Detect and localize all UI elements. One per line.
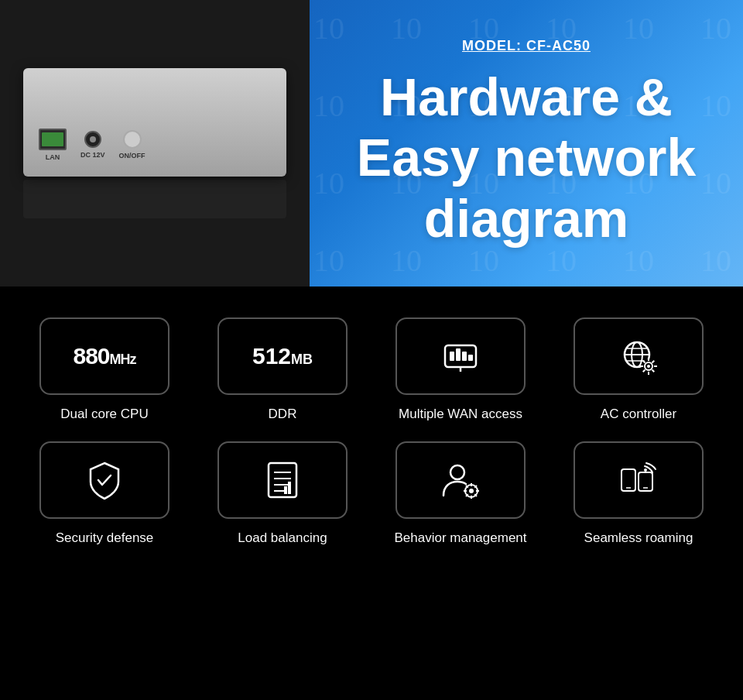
lan-label: LAN (46, 153, 60, 161)
features-grid: 880MHz Dual core CPU 512MB DDR (23, 317, 720, 547)
rj45-port (39, 129, 67, 150)
ddr-icon-box: 512MB (217, 317, 348, 395)
device-body: LAN DC 12V ON/OFF (23, 68, 286, 177)
cpu-value: 880MHz (73, 343, 135, 369)
ddr-value: 512MB (252, 343, 313, 369)
port-dc: DC 12V (80, 131, 105, 159)
roaming-icon-box (574, 441, 704, 519)
ac-label: AC controller (601, 406, 676, 423)
top-section: LAN DC 12V ON/OFF MODEL: CF-AC50 Hardwar… (0, 0, 743, 287)
security-icon-box (39, 441, 169, 519)
hero-title-line3: diagram (424, 189, 629, 248)
list-chart-icon (261, 458, 304, 502)
feature-dual-core-cpu: 880MHz Dual core CPU (23, 317, 186, 423)
feature-behavior-management: Behavior management (379, 441, 542, 547)
dc-jack (84, 131, 101, 148)
features-section: 880MHz Dual core CPU 512MB DDR (0, 287, 743, 562)
ethernet-icon (439, 335, 482, 378)
model-label: MODEL: CF-AC50 (462, 38, 591, 54)
device-ports: LAN DC 12V ON/OFF (23, 113, 161, 177)
wan-icon-box (395, 317, 526, 395)
hero-title-line2: Easy network (357, 128, 696, 187)
device-image: LAN DC 12V ON/OFF (0, 0, 310, 287)
roaming-label: Seamless roaming (584, 530, 693, 547)
user-gear-icon (439, 458, 482, 502)
security-label: Security defense (56, 530, 154, 547)
svg-rect-3 (462, 352, 467, 361)
cpu-icon-box: 880MHz (39, 317, 169, 395)
feature-load-balancing: Load balancing (201, 441, 364, 547)
svg-point-29 (450, 465, 464, 479)
ac-icon-box (574, 317, 704, 395)
svg-rect-1 (450, 352, 454, 361)
svg-point-31 (469, 489, 474, 493)
svg-rect-27 (284, 486, 287, 494)
shield-check-icon (83, 458, 126, 502)
hero-title-line1: Hardware & (380, 67, 673, 126)
port-power: ON/OFF (119, 130, 146, 160)
globe-gear-icon (617, 335, 660, 378)
dc-label: DC 12V (80, 151, 105, 159)
hero-title: Hardware & Easy network diagram (357, 67, 696, 249)
power-button (123, 130, 142, 149)
wan-label: Multiple WAN access (399, 406, 522, 423)
behavior-label: Behavior management (394, 530, 526, 547)
svg-point-13 (647, 365, 650, 368)
svg-point-44 (644, 468, 647, 472)
feature-seamless-roaming: Seamless roaming (557, 441, 720, 547)
device-bottom (23, 180, 286, 218)
svg-rect-4 (468, 355, 473, 361)
behavior-icon-box (395, 441, 526, 519)
svg-rect-22 (269, 463, 296, 497)
power-label: ON/OFF (119, 152, 146, 160)
hero-section: MODEL: CF-AC50 Hardware & Easy network d… (310, 0, 743, 287)
cpu-label: Dual core CPU (60, 406, 148, 423)
feature-security-defense: Security defense (23, 441, 186, 547)
svg-rect-28 (288, 482, 291, 494)
load-label: Load balancing (238, 530, 327, 547)
svg-rect-2 (456, 348, 461, 361)
load-icon-box (217, 441, 348, 519)
feature-multiple-wan: Multiple WAN access (379, 317, 542, 423)
port-lan: LAN (39, 129, 67, 161)
feature-ddr: 512MB DDR (201, 317, 364, 423)
mobile-wifi-icon (617, 458, 660, 502)
ddr-label: DDR (269, 406, 297, 423)
feature-ac-controller: AC controller (557, 317, 720, 423)
